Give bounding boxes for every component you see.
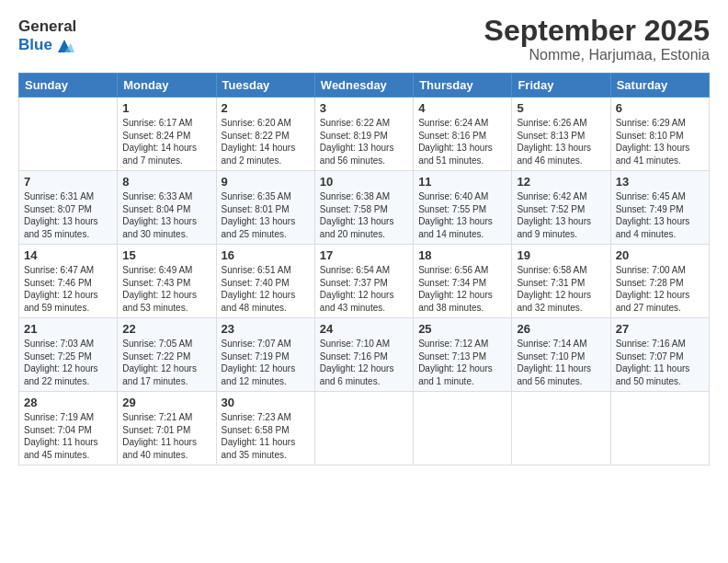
- calendar-week-1: 1Sunrise: 6:17 AM Sunset: 8:24 PM Daylig…: [19, 98, 710, 171]
- col-thursday: Thursday: [414, 74, 512, 98]
- day-info: Sunrise: 6:38 AM Sunset: 7:58 PM Dayligh…: [320, 190, 408, 240]
- day-number: 24: [320, 322, 408, 336]
- day-info: Sunrise: 6:29 AM Sunset: 8:10 PM Dayligh…: [616, 117, 704, 167]
- day-number: 4: [418, 101, 506, 115]
- col-monday: Monday: [118, 74, 216, 98]
- table-row: 5Sunrise: 6:26 AM Sunset: 8:13 PM Daylig…: [512, 98, 610, 171]
- day-number: 27: [616, 322, 704, 336]
- calendar-week-3: 14Sunrise: 6:47 AM Sunset: 7:46 PM Dayli…: [19, 245, 710, 318]
- col-saturday: Saturday: [610, 74, 709, 98]
- day-info: Sunrise: 6:49 AM Sunset: 7:43 PM Dayligh…: [122, 264, 210, 314]
- day-number: 15: [122, 248, 210, 262]
- day-number: 3: [320, 101, 408, 115]
- header: General Blue September 2025 Nomme, Harju…: [18, 15, 710, 63]
- table-row: 21Sunrise: 7:03 AM Sunset: 7:25 PM Dayli…: [19, 318, 118, 392]
- day-info: Sunrise: 7:16 AM Sunset: 7:07 PM Dayligh…: [616, 338, 704, 387]
- day-number: 2: [222, 101, 310, 115]
- table-row: 15Sunrise: 6:49 AM Sunset: 7:43 PM Dayli…: [118, 245, 216, 318]
- table-row: 25Sunrise: 7:12 AM Sunset: 7:13 PM Dayli…: [414, 318, 512, 392]
- day-info: Sunrise: 7:10 AM Sunset: 7:16 PM Dayligh…: [320, 338, 408, 387]
- day-number: 30: [222, 396, 310, 409]
- day-info: Sunrise: 6:20 AM Sunset: 8:22 PM Dayligh…: [222, 117, 310, 167]
- calendar: Sunday Monday Tuesday Wednesday Thursday…: [18, 73, 710, 465]
- table-row: 14Sunrise: 6:47 AM Sunset: 7:46 PM Dayli…: [19, 245, 118, 318]
- day-number: 6: [616, 101, 704, 115]
- table-row: 9Sunrise: 6:35 AM Sunset: 8:01 PM Daylig…: [216, 171, 314, 245]
- table-row: 17Sunrise: 6:54 AM Sunset: 7:37 PM Dayli…: [314, 245, 413, 318]
- calendar-week-5: 28Sunrise: 7:19 AM Sunset: 7:04 PM Dayli…: [19, 392, 710, 465]
- day-info: Sunrise: 6:17 AM Sunset: 8:24 PM Dayligh…: [122, 117, 210, 167]
- day-info: Sunrise: 7:12 AM Sunset: 7:13 PM Dayligh…: [418, 338, 506, 387]
- col-friday: Friday: [512, 74, 610, 98]
- table-row: 8Sunrise: 6:33 AM Sunset: 8:04 PM Daylig…: [118, 171, 216, 245]
- table-row: 16Sunrise: 6:51 AM Sunset: 7:40 PM Dayli…: [216, 245, 314, 318]
- table-row: 22Sunrise: 7:05 AM Sunset: 7:22 PM Dayli…: [118, 318, 216, 392]
- table-row: 4Sunrise: 6:24 AM Sunset: 8:16 PM Daylig…: [414, 98, 512, 171]
- month-title: September 2025: [484, 15, 710, 47]
- logo-text: General Blue: [18, 18, 76, 56]
- day-info: Sunrise: 6:42 AM Sunset: 7:52 PM Dayligh…: [517, 190, 605, 240]
- day-number: 13: [616, 175, 704, 189]
- col-tuesday: Tuesday: [216, 74, 314, 98]
- day-info: Sunrise: 7:00 AM Sunset: 7:28 PM Dayligh…: [616, 264, 704, 314]
- day-number: 7: [24, 175, 112, 189]
- day-number: 29: [122, 396, 210, 409]
- day-info: Sunrise: 6:26 AM Sunset: 8:13 PM Dayligh…: [517, 117, 605, 167]
- day-info: Sunrise: 6:45 AM Sunset: 7:49 PM Dayligh…: [616, 190, 704, 240]
- col-sunday: Sunday: [19, 74, 118, 98]
- day-number: 20: [616, 248, 704, 262]
- calendar-header-row: Sunday Monday Tuesday Wednesday Thursday…: [19, 74, 710, 98]
- day-number: 22: [122, 322, 210, 336]
- table-row: 23Sunrise: 7:07 AM Sunset: 7:19 PM Dayli…: [216, 318, 314, 392]
- table-row: 6Sunrise: 6:29 AM Sunset: 8:10 PM Daylig…: [610, 98, 709, 171]
- day-number: 21: [24, 322, 112, 336]
- day-number: 16: [222, 248, 310, 262]
- day-info: Sunrise: 6:54 AM Sunset: 7:37 PM Dayligh…: [320, 264, 408, 314]
- table-row: 18Sunrise: 6:56 AM Sunset: 7:34 PM Dayli…: [414, 245, 512, 318]
- table-row: 13Sunrise: 6:45 AM Sunset: 7:49 PM Dayli…: [610, 171, 709, 245]
- day-info: Sunrise: 7:23 AM Sunset: 6:58 PM Dayligh…: [222, 411, 310, 461]
- table-row: 1Sunrise: 6:17 AM Sunset: 8:24 PM Daylig…: [118, 98, 216, 171]
- table-row: 26Sunrise: 7:14 AM Sunset: 7:10 PM Dayli…: [512, 318, 610, 392]
- day-info: Sunrise: 6:51 AM Sunset: 7:40 PM Dayligh…: [222, 264, 310, 314]
- table-row: [414, 392, 512, 465]
- table-row: 19Sunrise: 6:58 AM Sunset: 7:31 PM Dayli…: [512, 245, 610, 318]
- day-info: Sunrise: 6:58 AM Sunset: 7:31 PM Dayligh…: [517, 264, 605, 314]
- day-number: 28: [24, 396, 112, 409]
- table-row: 24Sunrise: 7:10 AM Sunset: 7:16 PM Dayli…: [314, 318, 413, 392]
- day-info: Sunrise: 7:07 AM Sunset: 7:19 PM Dayligh…: [222, 338, 310, 387]
- day-number: 10: [320, 175, 408, 189]
- table-row: 3Sunrise: 6:22 AM Sunset: 8:19 PM Daylig…: [314, 98, 413, 171]
- logo-blue: Blue: [18, 37, 52, 54]
- day-number: 11: [418, 175, 506, 189]
- calendar-week-2: 7Sunrise: 6:31 AM Sunset: 8:07 PM Daylig…: [19, 171, 710, 245]
- table-row: [314, 392, 413, 465]
- day-info: Sunrise: 7:14 AM Sunset: 7:10 PM Dayligh…: [517, 338, 605, 387]
- location-title: Nomme, Harjumaa, Estonia: [484, 47, 710, 63]
- page-container: General Blue September 2025 Nomme, Harju…: [0, 0, 728, 475]
- day-info: Sunrise: 7:19 AM Sunset: 7:04 PM Dayligh…: [24, 411, 112, 461]
- day-number: 12: [517, 175, 605, 189]
- table-row: 2Sunrise: 6:20 AM Sunset: 8:22 PM Daylig…: [216, 98, 314, 171]
- day-info: Sunrise: 7:03 AM Sunset: 7:25 PM Dayligh…: [24, 338, 112, 387]
- day-info: Sunrise: 6:33 AM Sunset: 8:04 PM Dayligh…: [122, 190, 210, 240]
- day-info: Sunrise: 6:47 AM Sunset: 7:46 PM Dayligh…: [24, 264, 112, 314]
- table-row: 12Sunrise: 6:42 AM Sunset: 7:52 PM Dayli…: [512, 171, 610, 245]
- day-number: 18: [418, 248, 506, 262]
- logo-general: General: [18, 18, 76, 36]
- day-number: 8: [122, 175, 210, 189]
- day-info: Sunrise: 6:24 AM Sunset: 8:16 PM Dayligh…: [418, 117, 506, 167]
- col-wednesday: Wednesday: [314, 74, 413, 98]
- day-info: Sunrise: 7:21 AM Sunset: 7:01 PM Dayligh…: [122, 411, 210, 461]
- table-row: 27Sunrise: 7:16 AM Sunset: 7:07 PM Dayli…: [610, 318, 709, 392]
- day-number: 9: [222, 175, 310, 189]
- title-area: September 2025 Nomme, Harjumaa, Estonia: [484, 15, 710, 63]
- day-number: 19: [517, 248, 605, 262]
- day-number: 1: [122, 101, 210, 115]
- table-row: [610, 392, 709, 465]
- table-row: 7Sunrise: 6:31 AM Sunset: 8:07 PM Daylig…: [19, 171, 118, 245]
- day-info: Sunrise: 6:31 AM Sunset: 8:07 PM Dayligh…: [24, 190, 112, 240]
- table-row: [512, 392, 610, 465]
- day-info: Sunrise: 6:35 AM Sunset: 8:01 PM Dayligh…: [222, 190, 310, 240]
- day-number: 26: [517, 322, 605, 336]
